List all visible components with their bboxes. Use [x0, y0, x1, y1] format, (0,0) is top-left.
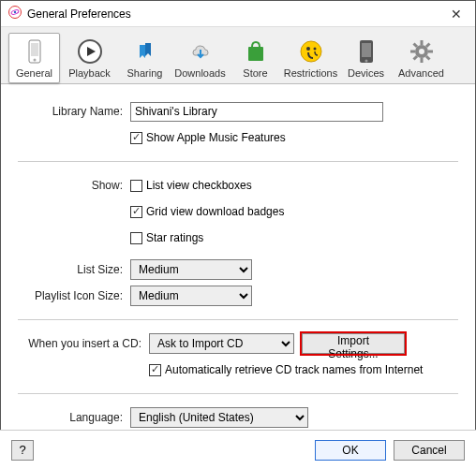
- checkbox-icon: [149, 364, 161, 376]
- svg-rect-16: [420, 40, 423, 45]
- checkbox-label: Show Apple Music Features: [146, 131, 286, 144]
- listsize-select[interactable]: Medium: [130, 259, 252, 280]
- toolbar: General Playback Sharing Downloads Store…: [1, 27, 475, 84]
- tab-advanced[interactable]: Advanced: [395, 33, 447, 83]
- checkbox-label: List view checkboxes: [146, 179, 252, 192]
- tab-label: Playback: [68, 67, 111, 79]
- svg-point-5: [33, 59, 36, 62]
- window-title: General Preferences: [27, 7, 445, 21]
- svg-rect-17: [420, 58, 423, 63]
- svg-point-2: [14, 11, 16, 13]
- checkbox-label: Automatically retrieve CD track names fr…: [165, 363, 423, 376]
- checkbox-icon: [130, 180, 142, 192]
- svg-rect-18: [410, 51, 415, 53]
- playback-icon: [77, 37, 103, 66]
- checkbox-icon: [130, 206, 142, 218]
- tab-devices[interactable]: Devices: [340, 33, 392, 83]
- svg-point-10: [306, 47, 310, 51]
- footer: ? OK Cancel: [0, 430, 476, 469]
- library-name-label: Library Name:: [18, 105, 130, 118]
- svg-rect-13: [362, 43, 371, 57]
- svg-rect-4: [31, 43, 38, 56]
- separator: [18, 393, 458, 394]
- checkbox-label: Grid view download badges: [146, 205, 284, 218]
- tab-restrictions[interactable]: Restrictions: [285, 33, 336, 83]
- star-checkbox[interactable]: Star ratings: [130, 231, 203, 244]
- itunes-icon: [8, 6, 22, 22]
- import-settings-button[interactable]: Import Settings...: [302, 333, 405, 354]
- iconsize-select[interactable]: Medium: [130, 286, 252, 306]
- tab-label: General: [16, 67, 52, 79]
- tab-general[interactable]: General: [8, 33, 60, 83]
- separator: [18, 319, 458, 320]
- tab-label: Downloads: [174, 67, 225, 79]
- cd-label: When you insert a CD:: [18, 337, 149, 350]
- language-label: Language:: [18, 411, 130, 424]
- tab-sharing[interactable]: Sharing: [119, 33, 171, 83]
- help-button[interactable]: ?: [11, 440, 34, 461]
- checkbox-label: Star ratings: [146, 231, 203, 244]
- tab-playback[interactable]: Playback: [64, 33, 115, 83]
- tab-downloads[interactable]: Downloads: [174, 33, 226, 83]
- svg-rect-19: [428, 51, 433, 53]
- checkbox-icon: [130, 232, 142, 244]
- library-name-input[interactable]: [130, 102, 383, 122]
- titlebar: General Preferences ✕: [1, 1, 475, 27]
- close-button[interactable]: ✕: [445, 7, 468, 22]
- svg-point-11: [313, 48, 316, 51]
- gear-icon: [409, 37, 434, 66]
- tab-label: Advanced: [398, 67, 444, 79]
- general-icon: [24, 37, 45, 66]
- language-select[interactable]: English (United States): [130, 407, 308, 428]
- auto-retrieve-checkbox[interactable]: Automatically retrieve CD track names fr…: [149, 363, 423, 376]
- ok-button[interactable]: OK: [315, 440, 386, 461]
- listsize-label: List Size:: [18, 263, 130, 276]
- downloads-icon: [187, 37, 214, 66]
- apple-music-checkbox[interactable]: Show Apple Music Features: [130, 131, 286, 144]
- cd-action-select[interactable]: Ask to Import CD: [149, 333, 294, 354]
- checkbox-icon: [130, 132, 142, 144]
- cancel-button[interactable]: Cancel: [394, 440, 465, 461]
- iconsize-label: Playlist Icon Size:: [18, 289, 130, 302]
- store-icon: [245, 37, 267, 66]
- sharing-icon: [132, 37, 158, 66]
- devices-icon: [358, 37, 375, 66]
- tab-label: Devices: [348, 67, 384, 79]
- tab-label: Restrictions: [284, 67, 337, 79]
- tab-label: Sharing: [127, 67, 163, 79]
- separator: [18, 161, 458, 162]
- gridbadges-checkbox[interactable]: Grid view download badges: [130, 205, 284, 218]
- show-label: Show:: [18, 179, 130, 192]
- listview-checkbox[interactable]: List view checkboxes: [130, 179, 252, 192]
- restrictions-icon: [299, 37, 323, 66]
- svg-rect-8: [248, 47, 263, 61]
- svg-point-14: [364, 60, 367, 63]
- tab-store[interactable]: Store: [230, 33, 281, 83]
- content-area: Library Name: Show Apple Music Features …: [1, 84, 475, 437]
- tab-label: Store: [243, 67, 267, 79]
- svg-point-24: [419, 49, 424, 54]
